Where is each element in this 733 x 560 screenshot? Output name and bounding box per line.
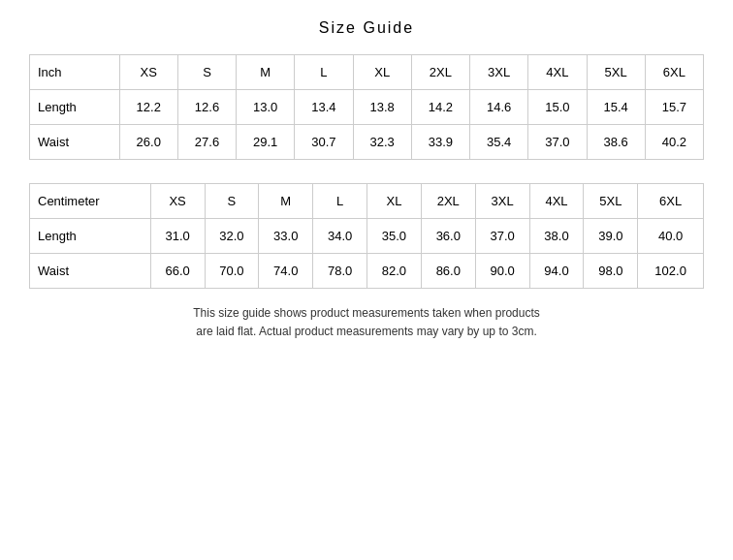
cm-header-2xl: 2XL <box>421 184 475 219</box>
inch-waist-label: Waist <box>30 125 120 160</box>
inch-header-l: L <box>295 55 353 90</box>
inch-length-label: Length <box>30 90 120 125</box>
inch-waist-xs: 26.0 <box>119 125 177 160</box>
inch-length-6xl: 15.7 <box>645 90 703 125</box>
cm-waist-s: 70.0 <box>205 254 259 289</box>
cm-unit-label: Centimeter <box>30 184 151 219</box>
inch-header-xl: XL <box>353 55 411 90</box>
inch-waist-2xl: 33.9 <box>411 125 469 160</box>
cm-waist-m: 74.0 <box>259 254 313 289</box>
cm-length-label: Length <box>30 219 151 254</box>
inch-header-2xl: 2XL <box>411 55 469 90</box>
inch-header-xs: XS <box>119 55 177 90</box>
cm-length-xl: 35.0 <box>367 219 422 254</box>
inch-length-m: 13.0 <box>237 90 295 125</box>
inch-waist-xl: 32.3 <box>353 125 411 160</box>
cm-waist-xs: 66.0 <box>150 254 205 289</box>
cm-waist-3xl: 90.0 <box>475 254 529 289</box>
cm-waist-2xl: 86.0 <box>421 254 475 289</box>
page-title: Size Guide <box>319 19 414 37</box>
cm-length-l: 34.0 <box>313 219 367 254</box>
cm-waist-5xl: 98.0 <box>584 254 638 289</box>
cm-header-s: S <box>205 184 259 219</box>
cm-length-xs: 31.0 <box>150 219 205 254</box>
cm-header-m: M <box>259 184 313 219</box>
inch-header-6xl: 6XL <box>645 55 703 90</box>
inch-length-row: Length 12.2 12.6 13.0 13.4 13.8 14.2 14.… <box>30 90 704 125</box>
inch-length-3xl: 14.6 <box>470 90 528 125</box>
cm-waist-xl: 82.0 <box>367 254 422 289</box>
cm-header-xs: XS <box>150 184 205 219</box>
inch-waist-4xl: 37.0 <box>528 125 587 160</box>
cm-length-4xl: 38.0 <box>529 219 584 254</box>
cm-header-3xl: 3XL <box>475 184 529 219</box>
inch-header-4xl: 4XL <box>528 55 587 90</box>
cm-waist-row: Waist 66.0 70.0 74.0 78.0 82.0 86.0 90.0… <box>30 254 704 289</box>
inch-length-xl: 13.8 <box>353 90 411 125</box>
cm-header-4xl: 4XL <box>529 184 584 219</box>
inch-table: Inch XS S M L XL 2XL 3XL 4XL 5XL 6XL Len… <box>29 54 704 160</box>
inch-waist-3xl: 35.4 <box>470 125 528 160</box>
cm-length-6xl: 40.0 <box>638 219 704 254</box>
inch-length-l: 13.4 <box>295 90 353 125</box>
inch-waist-5xl: 38.6 <box>587 125 645 160</box>
inch-header-m: M <box>237 55 295 90</box>
cm-length-3xl: 37.0 <box>475 219 529 254</box>
inch-header-3xl: 3XL <box>470 55 528 90</box>
inch-waist-s: 27.6 <box>177 125 236 160</box>
inch-waist-l: 30.7 <box>295 125 353 160</box>
cm-header-xl: XL <box>367 184 422 219</box>
inch-header-s: S <box>177 55 236 90</box>
inch-waist-m: 29.1 <box>237 125 295 160</box>
inch-length-4xl: 15.0 <box>528 90 587 125</box>
cm-waist-l: 78.0 <box>313 254 367 289</box>
cm-waist-4xl: 94.0 <box>529 254 584 289</box>
cm-waist-6xl: 102.0 <box>638 254 704 289</box>
cm-header-5xl: 5XL <box>584 184 638 219</box>
cm-table: Centimeter XS S M L XL 2XL 3XL 4XL 5XL 6… <box>29 183 704 289</box>
inch-waist-row: Waist 26.0 27.6 29.1 30.7 32.3 33.9 35.4… <box>30 125 704 160</box>
cm-header-l: L <box>313 184 367 219</box>
cm-length-m: 33.0 <box>259 219 313 254</box>
cm-length-row: Length 31.0 32.0 33.0 34.0 35.0 36.0 37.… <box>30 219 704 254</box>
inch-length-s: 12.6 <box>177 90 236 125</box>
inch-unit-label: Inch <box>30 55 120 90</box>
inch-length-2xl: 14.2 <box>411 90 469 125</box>
inch-waist-6xl: 40.2 <box>645 125 703 160</box>
inch-length-5xl: 15.4 <box>587 90 645 125</box>
cm-length-2xl: 36.0 <box>421 219 475 254</box>
cm-length-s: 32.0 <box>205 219 259 254</box>
inch-length-xs: 12.2 <box>119 90 177 125</box>
cm-waist-label: Waist <box>30 254 151 289</box>
cm-length-5xl: 39.0 <box>584 219 638 254</box>
footer-note: This size guide shows product measuremen… <box>193 304 540 341</box>
cm-header-6xl: 6XL <box>638 184 704 219</box>
inch-header-5xl: 5XL <box>587 55 645 90</box>
